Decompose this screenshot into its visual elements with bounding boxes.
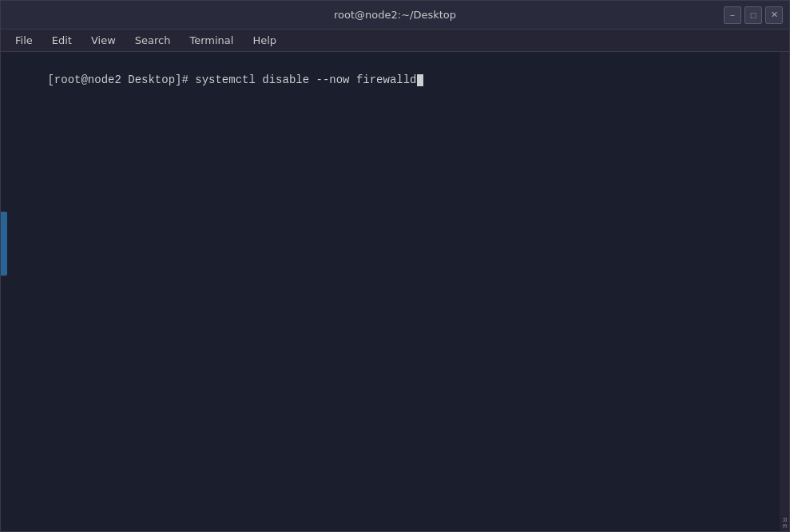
terminal-window: root@node2:~/Desktop − □ ✕ File Edit Vie…: [0, 0, 790, 532]
close-button[interactable]: ✕: [765, 6, 783, 24]
terminal-cursor: [417, 74, 423, 86]
menu-file[interactable]: File: [7, 32, 41, 49]
left-edge-indicator: [1, 212, 7, 276]
terminal-command: systemctl disable --now firewalld: [195, 73, 416, 86]
terminal-line: [root@node2 Desktop]# systemctl disable …: [7, 57, 783, 104]
menu-help[interactable]: Help: [244, 32, 284, 49]
menu-view[interactable]: View: [83, 32, 124, 49]
right-panel: R E: [780, 52, 789, 531]
title-bar: root@node2:~/Desktop − □ ✕: [1, 1, 789, 30]
menu-bar: File Edit View Search Terminal Help: [1, 30, 789, 52]
maximize-button[interactable]: □: [744, 6, 762, 24]
menu-edit[interactable]: Edit: [44, 32, 80, 49]
terminal-prompt: [root@node2 Desktop]#: [47, 73, 195, 86]
terminal-body[interactable]: [root@node2 Desktop]# systemctl disable …: [1, 52, 789, 531]
window-controls: − □ ✕: [724, 6, 783, 24]
right-panel-text: R E: [781, 518, 788, 528]
window-title: root@node2:~/Desktop: [334, 9, 456, 21]
menu-terminal[interactable]: Terminal: [181, 32, 241, 49]
menu-search[interactable]: Search: [127, 32, 179, 49]
minimize-button[interactable]: −: [724, 6, 741, 24]
